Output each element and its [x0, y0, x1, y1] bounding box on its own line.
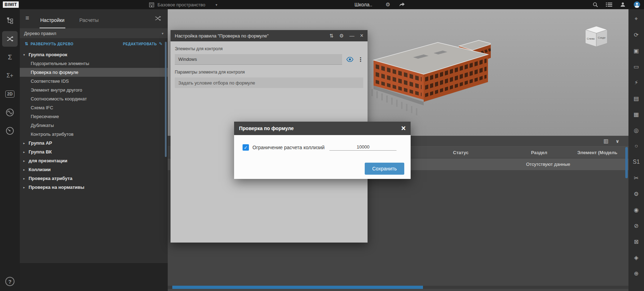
section-box-icon[interactable]: ▣: [632, 46, 641, 55]
tree-item[interactable]: ▾ Группа проверок: [20, 50, 168, 59]
visibility-eye-icon[interactable]: [346, 57, 353, 62]
tree-item[interactable]: Подозрительные элементы: [20, 59, 168, 68]
point-mode-icon[interactable]: ○: [632, 141, 641, 151]
dashboard-tool[interactable]: [2, 123, 18, 139]
view-cube[interactable]: Слева Сзади: [584, 25, 609, 47]
panel-tab[interactable]: Расчеты: [79, 17, 100, 28]
model-tree-tool[interactable]: [2, 13, 18, 28]
tree-item[interactable]: ▸ для презентации: [20, 156, 168, 165]
focus-target-icon[interactable]: ◎: [632, 126, 641, 135]
more-options-icon[interactable]: ⋮: [358, 56, 363, 63]
tree-item[interactable]: Схема IFC: [20, 103, 168, 112]
tab-list: Настройки Расчеты: [40, 9, 99, 28]
gauge-icon: [5, 126, 14, 135]
save-button[interactable]: Сохранить: [365, 163, 404, 175]
project-settings-gear-icon[interactable]: ⚙: [386, 1, 390, 8]
expand-arrows-icon: ⇅: [25, 41, 29, 46]
sum-tool[interactable]: Σ: [2, 50, 18, 65]
column-header-element[interactable]: Элемент (Модель: [577, 150, 617, 155]
column-header-status[interactable]: Статус: [447, 150, 475, 155]
formula-condition-label: Задать условие отбора по формуле: [178, 80, 255, 86]
shield-icon[interactable]: ◈: [632, 253, 641, 262]
checks-tool[interactable]: [2, 31, 18, 47]
clear-selection-icon[interactable]: ⊠: [632, 237, 641, 246]
workspace-selector[interactable]: Базовое пространство ▾: [149, 2, 217, 7]
model-tree-icon: [6, 17, 14, 24]
tree-item[interactable]: ▸ Проверка атрибута: [20, 174, 168, 183]
dialog-titlebar[interactable]: Настройка правила "Проверка по формуле" …: [171, 30, 368, 41]
share-icon[interactable]: [399, 2, 405, 7]
2d-icon: 2D: [5, 91, 14, 98]
rules-tree-dropdown[interactable]: Дерево правил ▾: [20, 28, 168, 38]
visibility-on-icon[interactable]: ◉: [632, 205, 641, 214]
view-cube-right-face: Сзади: [598, 36, 606, 39]
tree-item[interactable]: Пересечение: [20, 112, 168, 121]
measure-icon[interactable]: ▭: [632, 62, 641, 71]
contacts-icon[interactable]: [620, 2, 626, 7]
dialog-close-button[interactable]: ×: [360, 33, 363, 39]
search-icon[interactable]: [592, 2, 598, 7]
viewpoint-icon[interactable]: ⌖: [632, 14, 641, 23]
dialog-title: Настройка правила "Проверка по формуле": [175, 33, 324, 39]
results-vertical-scrollbar[interactable]: [625, 147, 628, 178]
check-icon: ✓: [244, 145, 248, 150]
horizontal-scrollbar-thumb[interactable]: [172, 286, 423, 289]
tree-item[interactable]: Дубликаты: [20, 121, 168, 130]
flash-icon[interactable]: ⚡: [632, 78, 641, 87]
tree-item[interactable]: Соответствие IDS: [20, 77, 168, 86]
help-button[interactable]: ?: [5, 277, 14, 286]
dialog-settings-gear-icon[interactable]: ⚙: [339, 33, 344, 39]
menu-list-icon[interactable]: [606, 2, 612, 7]
tree-item[interactable]: ▸ Проверка на нормативы: [20, 183, 168, 192]
modal-titlebar[interactable]: Проверка по формуле ×: [234, 122, 411, 135]
expand-tree-button[interactable]: ⇅ Развернуть дерево: [25, 41, 73, 46]
school-model[interactable]: [371, 33, 491, 117]
charts-tool[interactable]: [2, 105, 18, 120]
filter-s1-icon[interactable]: S1: [632, 157, 641, 167]
minimize-button[interactable]: —: [350, 33, 354, 39]
expand-tree-label: Развернуть дерево: [31, 42, 73, 46]
column-header-section[interactable]: Раздел: [525, 150, 553, 155]
panel-menu-icon[interactable]: ≡: [25, 14, 29, 22]
wave-chart-icon: [5, 108, 14, 117]
section-plane-icon[interactable]: ▦: [632, 110, 641, 119]
modal-title: Проверка по формуле: [239, 126, 294, 131]
columns-icon[interactable]: ▥: [603, 138, 608, 144]
sum-add-tool[interactable]: Σ+: [2, 68, 18, 83]
view-2d-tool[interactable]: 2D: [2, 86, 18, 102]
tree-item[interactable]: Элемент внутри другого: [20, 86, 168, 94]
panel-tab[interactable]: Настройки: [40, 17, 65, 28]
orbit-icon[interactable]: ⟳: [632, 30, 641, 39]
globe-icon[interactable]: ⊕: [632, 269, 641, 278]
tree-item[interactable]: ▸ Группа АР: [20, 139, 168, 147]
tree-item[interactable]: Контроль атрибутов: [20, 130, 168, 139]
modal-close-button[interactable]: ×: [401, 124, 406, 132]
collision-limit-checkbox[interactable]: ✓: [243, 144, 249, 151]
visibility-off-icon[interactable]: ⊘: [632, 221, 641, 230]
shield-settings-icon[interactable]: ⚙: [632, 189, 641, 198]
collision-limit-input[interactable]: [329, 144, 396, 151]
user-avatar[interactable]: [633, 1, 640, 8]
cut-section-icon[interactable]: ✂: [632, 173, 641, 182]
tab-label: Настройки: [40, 17, 65, 23]
edit-tree-button[interactable]: Редактировать ✎: [123, 41, 163, 46]
elements-value: Windows: [178, 57, 197, 62]
rules-tree: ▾ Группа проверок Подозрительные элемент…: [20, 50, 168, 192]
tree-item-label: Коллизии: [29, 167, 51, 172]
results-horizontal-scrollbar[interactable]: [168, 286, 628, 289]
panel-scrollbar[interactable]: [165, 42, 167, 157]
project-title: Школа..: [354, 2, 372, 7]
shuffle-icon[interactable]: [154, 15, 161, 22]
formula-condition-row[interactable]: Задать условие отбора по формуле: [175, 77, 363, 88]
sort-rules-icon[interactable]: ⇅: [329, 33, 334, 39]
tree-item[interactable]: ▸ Коллизии: [20, 165, 168, 174]
tree-chevron-icon: ▸: [23, 186, 29, 189]
collapse-panel-icon[interactable]: ∨: [615, 139, 619, 144]
tree-item-label: Проверка на нормативы: [29, 185, 84, 190]
tree-chevron-icon: ▸: [23, 141, 29, 145]
elements-select[interactable]: Windows: [175, 54, 342, 65]
sheets-icon[interactable]: ▤: [632, 94, 641, 103]
tree-item[interactable]: Проверка по формуле: [20, 68, 168, 77]
tree-item[interactable]: ▸ Группа ВК: [20, 147, 168, 156]
tree-item[interactable]: Соотносимость координат: [20, 94, 168, 103]
